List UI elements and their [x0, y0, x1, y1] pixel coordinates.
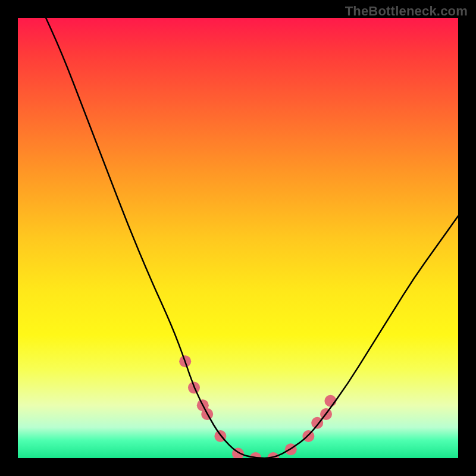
bottleneck-curve-line: [40, 18, 458, 458]
chart-svg: [18, 18, 458, 458]
watermark-text: TheBottleneck.com: [345, 4, 468, 19]
chart-plot-area: [18, 18, 458, 458]
highlight-dot: [302, 430, 314, 442]
